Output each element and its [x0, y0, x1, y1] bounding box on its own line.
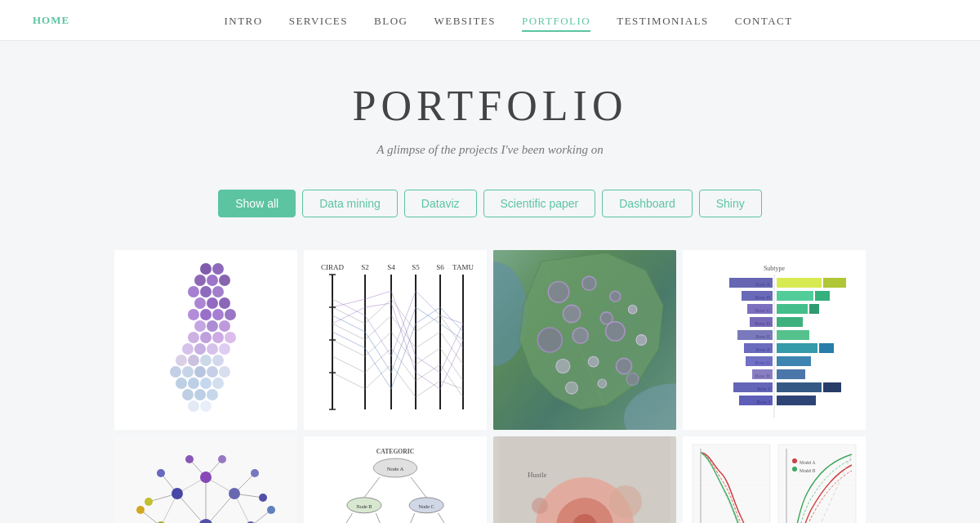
svg-rect-90: [777, 317, 803, 327]
filter-dashboard[interactable]: Dashboard: [602, 190, 693, 217]
svg-point-10: [219, 297, 230, 309]
svg-point-81: [626, 373, 639, 386]
decision-tree-svg: CATEGORIC Node A Node B Node C: [304, 445, 487, 523]
svg-text:Node B: Node B: [356, 503, 372, 509]
card-visual-network: [114, 436, 297, 523]
svg-rect-89: [809, 304, 819, 314]
nav-link-services[interactable]: SERVICES: [289, 15, 348, 27]
svg-text:Model A: Model A: [800, 460, 815, 465]
svg-point-74: [606, 322, 625, 341]
nav-item-intro[interactable]: INTRO: [224, 13, 262, 28]
svg-point-20: [212, 332, 224, 343]
svg-point-3: [207, 275, 218, 286]
svg-point-73: [572, 328, 588, 343]
svg-rect-86: [777, 291, 813, 301]
svg-point-28: [200, 355, 212, 366]
svg-point-75: [636, 335, 647, 346]
svg-text:S5: S5: [412, 263, 420, 271]
nav-link-contact[interactable]: CONTACT: [735, 15, 793, 27]
svg-rect-87: [815, 291, 830, 301]
svg-point-155: [259, 494, 267, 502]
svg-point-164: [185, 455, 194, 463]
svg-text:Model B: Model B: [800, 468, 816, 473]
svg-line-120: [206, 494, 234, 523]
svg-point-25: [219, 343, 230, 355]
svg-point-219: [532, 498, 548, 514]
filter-bar: Show all Data mining Dataviz Scientific …: [114, 190, 866, 217]
svg-rect-117: [733, 382, 773, 392]
svg-line-169: [364, 477, 380, 498]
svg-point-7: [212, 286, 224, 297]
svg-text:S4: S4: [387, 263, 395, 271]
hex-map-svg: [128, 254, 283, 426]
svg-point-145: [172, 488, 183, 499]
svg-point-78: [616, 358, 631, 373]
svg-point-32: [194, 366, 206, 378]
card-hex-map[interactable]: [114, 250, 297, 430]
nav-item-services[interactable]: SERVICES: [289, 13, 348, 28]
butterfly-svg: Subtype: [683, 258, 866, 422]
svg-point-34: [219, 366, 230, 378]
svg-text:Node C: Node C: [419, 503, 434, 509]
card-parallel-coords[interactable]: CIRAD S2 S4 S5 S6 TAMU: [304, 250, 487, 430]
svg-rect-93: [819, 343, 834, 353]
filter-dataviz[interactable]: Dataviz: [404, 190, 477, 217]
nav-link-portfolio[interactable]: PORTFOLIO: [522, 15, 590, 32]
svg-point-217: [609, 485, 642, 518]
filter-shiny[interactable]: Shiny: [699, 190, 762, 217]
nav-link-intro[interactable]: INTRO: [224, 15, 262, 27]
svg-rect-84: [777, 278, 822, 288]
svg-text:S2: S2: [361, 263, 369, 271]
svg-point-1: [212, 263, 224, 275]
svg-rect-118: [739, 396, 773, 405]
svg-point-23: [194, 343, 206, 355]
nav-item-testimonials[interactable]: TESTIMONIALS: [617, 13, 709, 28]
page-content: PORTFOLIO A glimpse of the projects I've…: [98, 41, 882, 523]
nav-item-websites[interactable]: WEBSITES: [434, 13, 496, 28]
card-curve-chart[interactable]: Model A Model B: [683, 436, 866, 523]
svg-point-151: [200, 472, 212, 483]
svg-point-152: [157, 469, 165, 477]
circle-chart-svg: Hustle Hustle: [493, 436, 676, 523]
svg-text:CIRAD: CIRAD: [321, 263, 345, 271]
nav-home-link[interactable]: HOME: [33, 14, 69, 27]
svg-rect-110: [742, 291, 773, 301]
nav-link-testimonials[interactable]: TESTIMONIALS: [617, 15, 709, 27]
svg-rect-85: [823, 278, 846, 288]
svg-line-178: [438, 513, 449, 523]
nav-item-contact[interactable]: CONTACT: [735, 13, 793, 28]
svg-point-41: [207, 389, 218, 400]
nav-links: INTRO SERVICES BLOG WEBSITES PORTFOLIO T…: [224, 13, 792, 28]
card-circle-chart[interactable]: Hustle Hustle: [493, 436, 676, 523]
svg-rect-112: [750, 317, 773, 327]
card-decision-tree[interactable]: CATEGORIC Node A Node B Node C: [304, 436, 487, 523]
card-visual-butterfly: Subtype: [683, 250, 866, 430]
card-france-map[interactable]: [493, 250, 676, 430]
svg-point-4: [219, 275, 230, 286]
card-visual-hex-map: [114, 250, 297, 430]
nav-link-websites[interactable]: WEBSITES: [434, 15, 496, 27]
nav-item-portfolio[interactable]: PORTFOLIO: [522, 13, 590, 28]
svg-rect-88: [777, 304, 808, 314]
svg-point-18: [188, 332, 199, 343]
svg-point-68: [610, 291, 621, 302]
svg-rect-91: [777, 330, 809, 340]
svg-point-6: [200, 286, 212, 297]
svg-rect-94: [777, 356, 811, 366]
svg-line-177: [407, 513, 415, 523]
svg-point-77: [588, 356, 599, 367]
svg-point-16: [207, 320, 218, 332]
nav-link-blog[interactable]: BLOG: [374, 15, 408, 27]
curves-svg: Model A Model B: [683, 436, 866, 523]
card-butterfly-chart[interactable]: Subtype: [683, 250, 866, 430]
card-visual-curves: Model A Model B: [683, 436, 866, 523]
svg-rect-115: [746, 356, 773, 366]
nav-item-blog[interactable]: BLOG: [374, 13, 408, 28]
filter-data-mining[interactable]: Data mining: [302, 190, 398, 217]
svg-line-170: [411, 477, 426, 498]
card-network-graph[interactable]: [114, 436, 297, 523]
filter-scientific-paper[interactable]: Scientific paper: [483, 190, 596, 217]
svg-point-37: [200, 378, 212, 389]
filter-show-all[interactable]: Show all: [218, 190, 296, 217]
svg-text:CATEGORIC: CATEGORIC: [376, 448, 414, 455]
